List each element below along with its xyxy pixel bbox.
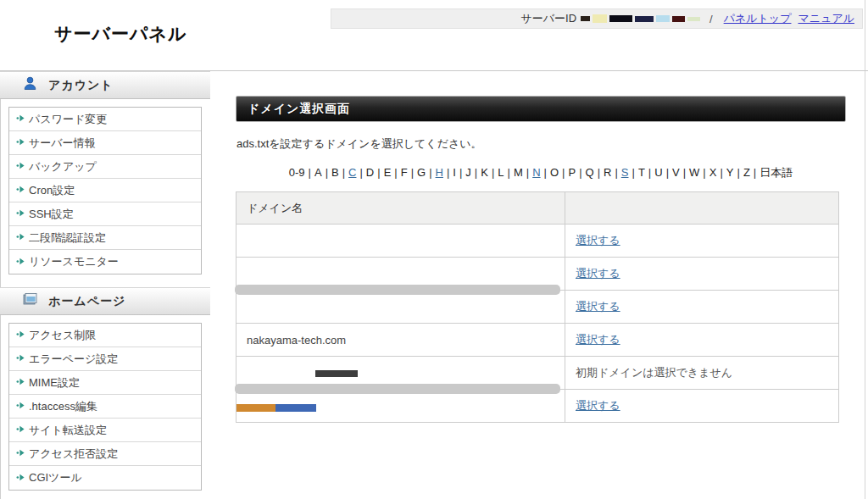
server-id-redaction-segment (687, 17, 700, 21)
select-link[interactable]: 選択する (576, 267, 620, 280)
sidebar-item-label: MIME設定 (29, 375, 80, 391)
table-row: 選択する (236, 291, 839, 324)
server-id-redaction-segment (609, 15, 632, 22)
sidebar-item-サイト転送設定[interactable]: サイト転送設定 (9, 419, 201, 442)
alphabet-item-T: T (638, 166, 645, 179)
alphabet-item-H[interactable]: H (436, 166, 443, 179)
sidebar-item-Cron設定[interactable]: Cron設定 (9, 179, 201, 202)
alphabet-item-S[interactable]: S (621, 166, 629, 179)
select-link[interactable]: 選択する (576, 333, 620, 346)
sidebar: アカウントパスワード変更サーバー情報バックアップCron設定SSH設定二段階認証… (0, 71, 210, 499)
action-cell: 選択する (565, 225, 839, 258)
alphabet-item-I: I (453, 166, 456, 179)
manual-link[interactable]: マニュアル (798, 11, 854, 26)
sidebar-item-アクセス拒否設定[interactable]: アクセス拒否設定 (9, 442, 201, 466)
alphabet-separator: | (475, 166, 477, 179)
alphabet-item-Z: Z (743, 166, 750, 179)
page-title-bar: ドメイン選択画面 (236, 96, 846, 122)
sidebar-item-MIME設定[interactable]: MIME設定 (9, 371, 201, 395)
arrow-bullet-icon (16, 113, 29, 125)
redaction-bar-wide-gray-top (235, 285, 560, 295)
sidebar-item-label: パスワード変更 (29, 112, 107, 127)
arrow-bullet-icon (16, 231, 29, 244)
alphabet-separator: | (326, 166, 328, 179)
alphabet-separator: | (359, 166, 362, 179)
arrow-bullet-icon (16, 329, 29, 341)
arrow-bullet-icon (16, 184, 29, 197)
column-header-domain: ドメイン名 (236, 192, 565, 225)
arrow-bullet-icon (16, 376, 29, 389)
alphabet-separator: | (648, 166, 651, 179)
sidebar-item-サーバー情報[interactable]: サーバー情報 (9, 131, 201, 155)
alphabet-item-J: J (465, 166, 471, 179)
alphabet-item-K: K (481, 166, 488, 179)
sidebar-item-リソースモニター[interactable]: リソースモニター (9, 250, 201, 274)
alphabet-separator: | (598, 166, 600, 179)
sidebar-section-title: アカウント (48, 78, 114, 93)
domain-table: ドメイン名 選択する選択する選択するnakayama-tech.com選択する初… (236, 191, 839, 423)
redaction-bar-orange-bar (236, 404, 275, 412)
sidebar-item-エラーページ設定[interactable]: エラーページ設定 (9, 347, 201, 371)
arrow-bullet-icon (16, 424, 29, 436)
alphabet-item-日本語: 日本語 (760, 166, 793, 179)
sidebar-item-label: アクセス制限 (29, 328, 96, 343)
alphabet-item-Q: Q (586, 166, 594, 179)
alphabet-item-V: V (672, 166, 680, 179)
redaction-bar-blue-bar (275, 404, 316, 412)
alphabet-separator: | (579, 166, 581, 179)
sidebar-item-バックアップ[interactable]: バックアップ (9, 155, 201, 179)
arrow-bullet-icon (16, 160, 29, 173)
column-header-action (565, 192, 839, 225)
alphabet-item-G: G (417, 166, 426, 179)
page-title: ドメイン選択画面 (248, 102, 350, 115)
select-link[interactable]: 選択する (576, 399, 620, 412)
action-disabled-text: 初期ドメインは選択できません (576, 366, 732, 379)
sidebar-item-label: サーバー情報 (29, 136, 96, 151)
alphabet-separator: | (683, 166, 686, 179)
sidebar-item-パスワード変更[interactable]: パスワード変更 (9, 108, 201, 131)
alphabet-item-R: R (604, 166, 611, 179)
redaction-bar-small-dark (315, 370, 358, 377)
action-cell: 選択する (565, 390, 839, 423)
alphabet-item-C[interactable]: C (348, 166, 356, 179)
alphabet-separator: | (377, 166, 380, 179)
alphabet-item-N[interactable]: N (532, 166, 540, 179)
sidebar-section-title: ホームページ (48, 294, 125, 309)
panel-top-link[interactable]: パネルトップ (724, 11, 792, 26)
alphabet-separator: | (429, 166, 431, 179)
select-link[interactable]: 選択する (576, 300, 620, 313)
alphabet-item-U: U (654, 166, 662, 179)
sidebar-item-二段階認証設定[interactable]: 二段階認証設定 (9, 226, 201, 250)
server-id-redaction-segment (656, 15, 670, 22)
app-title: サーバーパネル (54, 22, 186, 46)
alphabet-item-O: O (550, 166, 559, 179)
action-cell: 選択する (565, 291, 839, 324)
sidebar-item-アクセス制限[interactable]: アクセス制限 (9, 324, 201, 347)
domain-cell (236, 291, 565, 324)
alphabet-item-M: M (514, 166, 523, 179)
sidebar-item-label: リソースモニター (29, 254, 119, 269)
domain-cell (236, 390, 565, 423)
table-row: nakayama-tech.com選択する (236, 324, 839, 357)
sidebar-item-label: バックアップ (29, 159, 97, 175)
sidebar-item-SSH設定[interactable]: SSH設定 (9, 202, 201, 226)
alphabet-separator: | (342, 166, 345, 179)
alphabet-separator: | (720, 166, 722, 179)
action-cell: 選択する (565, 258, 839, 291)
alphabet-separator: | (632, 166, 635, 179)
folder-icon (23, 292, 48, 310)
server-id-redaction-segment (672, 16, 685, 22)
arrow-bullet-icon (16, 447, 29, 460)
table-header-row: ドメイン名 (236, 192, 839, 225)
alphabet-item-L: L (498, 166, 504, 179)
alphabet-separator: | (544, 166, 547, 179)
sidebar-item-label: アクセス拒否設定 (29, 446, 118, 462)
arrow-bullet-icon (16, 352, 29, 365)
select-link[interactable]: 選択する (576, 234, 620, 247)
sidebar-item-CGIツール[interactable]: CGIツール (9, 466, 201, 490)
alphabet-item-P: P (568, 166, 576, 179)
alphabet-item-X: X (709, 166, 717, 179)
sidebar-item-.htaccess編集[interactable]: .htaccess編集 (9, 395, 201, 419)
sidebar-item-label: Cron設定 (29, 183, 75, 198)
sidebar-item-label: .htaccess編集 (29, 399, 97, 414)
